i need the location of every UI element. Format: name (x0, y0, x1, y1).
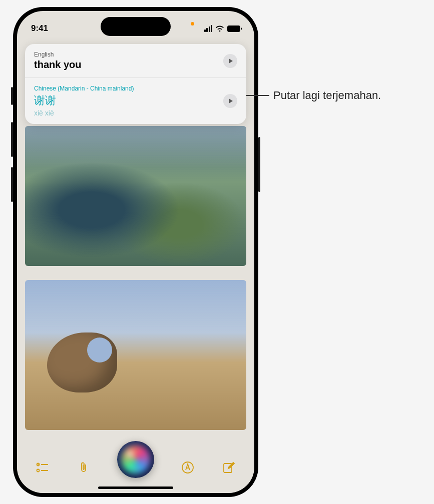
play-icon (229, 98, 233, 104)
attachment-icon[interactable] (76, 460, 91, 475)
checklist-icon[interactable] (35, 460, 50, 475)
play-source-audio-button[interactable] (223, 54, 237, 68)
status-right-cluster (204, 25, 241, 32)
play-translation-audio-button[interactable] (223, 94, 237, 108)
annotation-callout: Putar lagi terjemahan. (228, 89, 381, 102)
mic-indicator-dot-icon (191, 22, 194, 26)
translation-target-row: Chinese (Mandarin - China mainland) 谢谢 x… (25, 78, 246, 124)
cellular-signal-icon (204, 25, 213, 32)
volume-down-button (11, 167, 13, 202)
siri-orb-button[interactable] (117, 441, 154, 478)
translation-source-row: English thank you (25, 44, 246, 78)
callout-label: Putar lagi terjemahan. (273, 89, 381, 102)
svg-point-2 (37, 470, 40, 472)
iphone-device-frame: 9:41 English thank you (13, 7, 258, 497)
play-icon (229, 58, 233, 64)
target-language-label: Chinese (Mandarin - China mainland) (34, 85, 217, 92)
side-button (258, 137, 260, 192)
ring-switch (11, 87, 13, 105)
target-romanization: xiè xiè (34, 109, 217, 117)
siri-translation-card: English thank you Chinese (Mandarin - Ch… (25, 44, 246, 124)
battery-icon (227, 26, 240, 32)
source-text: thank you (34, 59, 217, 70)
note-attached-photo[interactable] (25, 280, 246, 430)
markup-icon[interactable] (180, 460, 195, 475)
note-attached-photo[interactable] (25, 126, 246, 266)
home-indicator[interactable] (98, 486, 173, 489)
screen: 9:41 English thank you (17, 11, 254, 493)
wifi-icon (215, 26, 224, 32)
volume-up-button (11, 122, 13, 157)
target-text: 谢谢 (34, 93, 217, 108)
compose-note-icon[interactable] (221, 460, 236, 475)
status-time: 9:41 (31, 24, 48, 34)
dynamic-island (101, 17, 171, 36)
source-language-label: English (34, 51, 217, 58)
